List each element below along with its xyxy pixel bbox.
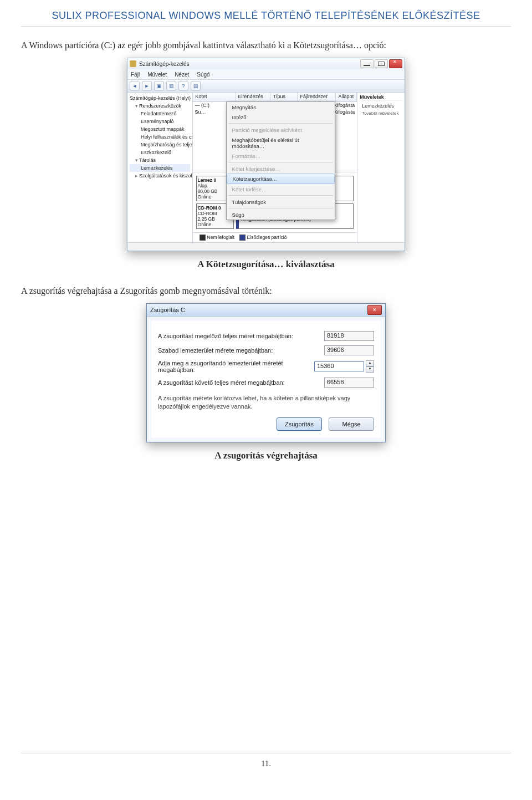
input-shrink-amount[interactable]: 15360	[314, 361, 364, 371]
ctx-explore[interactable]: Intéző	[227, 112, 335, 122]
menu-view[interactable]: Nézet	[175, 72, 189, 78]
refresh-icon[interactable]: ▥	[166, 81, 176, 91]
caption-2: A zsugorítás végrehajtása	[21, 450, 511, 461]
app-icon	[130, 60, 136, 67]
spin-control[interactable]: ▲ ▼	[366, 360, 374, 373]
intro-text: A Windows partícióra (C:) az egér jobb g…	[21, 39, 511, 52]
tree-item[interactable]: Feladatütemező	[130, 110, 190, 118]
spin-down-icon[interactable]: ▼	[366, 366, 374, 373]
col-volume[interactable]: Kötet	[193, 93, 236, 101]
minimize-button[interactable]	[360, 59, 374, 68]
tree-diskmgmt[interactable]: Lemezkezelés	[130, 164, 190, 172]
tree-item[interactable]: Megosztott mappák	[130, 125, 190, 133]
dialog-close-button[interactable]: ✕	[367, 305, 382, 315]
col-layout[interactable]: Elrendezés	[236, 93, 270, 101]
col-fs[interactable]: Fájlrendszer	[298, 93, 336, 101]
tree-item[interactable]: Eszközkezelő	[130, 149, 190, 156]
spin-up-icon[interactable]: ▲	[366, 360, 374, 366]
value-available: 39606	[324, 345, 374, 355]
toolbar: ◄ ► ▣ ▥ ? ▤	[127, 80, 405, 93]
menu-file[interactable]: Fájl	[131, 72, 140, 78]
ctx-help[interactable]: Súgó	[227, 210, 335, 220]
ctx-delete: Kötet törlése…	[227, 184, 335, 194]
label-total-before: A zsugorítást megelőző teljes méret mega…	[158, 333, 324, 339]
tree-system-tools[interactable]: Rendszereszközök	[139, 103, 181, 109]
tree-storage[interactable]: Tárolás	[139, 157, 156, 163]
actions-more[interactable]: További műveletek	[362, 110, 402, 117]
back-icon[interactable]: ◄	[130, 81, 140, 91]
nav-tree[interactable]: Számítógép-kezelés (Helyi) ▾Rendszereszk…	[127, 93, 193, 242]
cancel-button[interactable]: Mégse	[329, 417, 374, 431]
help-icon[interactable]: ?	[178, 81, 188, 91]
label-shrink-amount: Adja meg a zsugorítandó lemezterület mér…	[158, 360, 314, 373]
forward-icon[interactable]: ►	[142, 81, 152, 91]
ctx-shrink[interactable]: Kötetzsugorítása…	[227, 174, 335, 184]
window-titlebar: Számítógép-kezelés	[127, 58, 405, 69]
tree-root[interactable]: Számítógép-kezelés (Helyi)	[130, 94, 190, 102]
legend: Nem lefoglalt Elsődleges partíció	[193, 232, 357, 242]
ctx-format: Formázás…	[227, 151, 335, 161]
menu-help[interactable]: Súgó	[197, 72, 209, 78]
actions-sub[interactable]: Lemezkezelés	[362, 102, 402, 110]
dialog-titlebar: Zsugorítás C: ✕	[147, 304, 385, 317]
up-icon[interactable]: ▣	[154, 81, 164, 91]
menubar: Fájl Művelet Nézet Súgó	[127, 69, 405, 80]
scrollbar[interactable]	[127, 242, 405, 251]
context-menu: Megnyitás Intéző Partíció megjelölése ak…	[226, 101, 335, 220]
tree-services[interactable]: Szolgáltatások és kiszolgáló	[139, 173, 193, 179]
page-number: 11.	[21, 753, 511, 768]
ctx-mark-active: Partíció megjelölése aktívként	[227, 125, 335, 135]
computer-management-screenshot: Számítógép-kezelés Fájl Művelet Nézet Sú…	[127, 58, 405, 251]
maximize-button[interactable]	[375, 59, 388, 68]
col-type[interactable]: Típus	[270, 93, 298, 101]
ctx-open[interactable]: Megnyitás	[227, 102, 335, 112]
ctx-extend: Kötet kiterjesztése…	[227, 164, 335, 174]
dialog-title: Zsugorítás C:	[150, 307, 367, 313]
dialog-note: A zsugorítás mérete korlátozva lehet, ha…	[158, 394, 374, 411]
ctx-change-letter[interactable]: Meghajtóbetűjel és elérési út módosítása…	[227, 135, 335, 151]
tree-item[interactable]: Megbízhatóság és teljes	[130, 141, 190, 149]
col-status[interactable]: Állapot	[336, 93, 357, 101]
tree-item[interactable]: Helyi felhasználók és cs	[130, 133, 190, 141]
tree-item[interactable]: Eseménynapló	[130, 118, 190, 125]
caption-1: A Kötetzsugorítása… kiválasztása	[21, 259, 511, 270]
actions-pane: Műveletek Lemezkezelés További műveletek	[357, 93, 405, 242]
page-header: SULIX PROFESSIONAL WINDOWS MELLÉ TÖRTÉNŐ…	[21, 10, 511, 27]
label-total-after: A zsugorítást követő teljes méret megabá…	[158, 379, 324, 386]
menu-action[interactable]: Művelet	[147, 72, 167, 78]
value-total-before: 81918	[324, 331, 374, 341]
close-button[interactable]	[389, 59, 402, 68]
shrink-dialog-screenshot: Zsugorítás C: ✕ A zsugorítást megelőző t…	[146, 303, 386, 442]
options-icon[interactable]: ▤	[191, 81, 201, 91]
value-total-after: 66558	[324, 378, 374, 388]
actions-title: Műveletek	[360, 94, 402, 100]
ctx-properties[interactable]: Tulajdonságok	[227, 197, 335, 207]
window-title: Számítógép-kezelés	[139, 61, 360, 67]
label-available: Szabad lemezterület mérete megabájtban:	[158, 347, 324, 354]
shrink-button[interactable]: Zsugorítás	[277, 417, 322, 431]
mid-text: A zsugorítás végrehajtása a Zsugorítás g…	[21, 284, 511, 298]
column-headers: Kötet Elrendezés Típus Fájlrendszer Álla…	[193, 93, 357, 102]
